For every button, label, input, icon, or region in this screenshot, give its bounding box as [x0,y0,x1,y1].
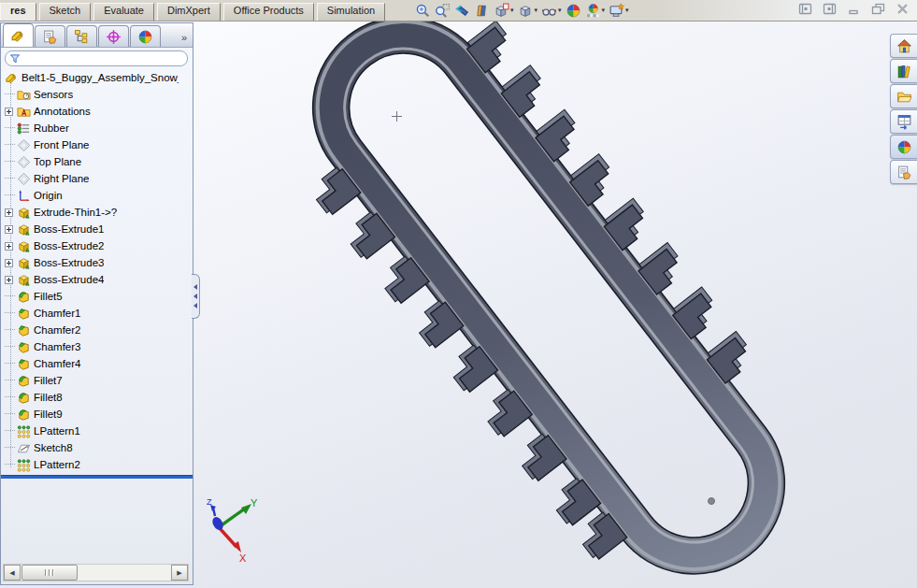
tree-item-fillet5[interactable]: Fillet5 [1,288,193,305]
expand-plus-icon[interactable] [5,108,13,116]
tree-item-top-plane[interactable]: Top Plane [1,153,193,170]
extrude-icon [17,273,31,287]
tree-item-fillet9[interactable]: Fillet9 [1,406,193,423]
zoom-to-area-icon [435,3,451,19]
tree-item-boss-extrude3[interactable]: Boss-Extrude3 [1,254,193,271]
expand-plus-icon[interactable] [5,225,13,234]
tree-item-label: Extrude-Thin1->? [34,207,117,218]
tab-design-library[interactable] [890,59,917,83]
view-settings-button[interactable]: ▾ [608,2,630,20]
zoom-to-area-button[interactable] [434,2,451,20]
expand-plus-icon[interactable] [5,276,13,284]
tree-item-lpattern2[interactable]: LPattern2 [1,456,193,473]
scrollbar-thumb[interactable] [21,565,78,581]
hide-show-items-button[interactable]: ▾ [540,2,563,20]
tree-connector [5,464,15,466]
tree-item-chamfer3[interactable]: Chamfer3 [1,338,193,355]
apply-scene-button[interactable]: ▾ [584,2,607,20]
zoom-to-fit-icon [415,3,431,19]
displaymanager-tab[interactable] [130,25,161,47]
feature-manager-panel: » Belt1-5_Buggy_Assembly_Snow_ Sensors A… [0,22,193,585]
tab-evaluate[interactable]: Evaluate [93,3,154,21]
tree-item-chamfer2[interactable]: Chamfer2 [1,322,193,338]
restore-button[interactable] [869,2,887,20]
featuremanager-tab[interactable] [3,23,34,47]
tree-item-sensors[interactable]: Sensors [1,86,193,103]
chevron-down-icon[interactable]: ▾ [510,7,514,14]
tree-item-label: LPattern1 [34,425,80,437]
chevron-down-icon[interactable]: ▾ [625,7,629,14]
tree-item-rubber-material[interactable]: Rubber [1,120,193,136]
tab-view-palette[interactable] [890,109,917,134]
material-icon [17,122,31,136]
section-view-button[interactable] [473,2,491,20]
tab-dimxpert[interactable]: DimXpert [157,3,221,21]
tree-item-label: Chamfer1 [34,308,81,319]
extrude-icon [17,256,31,270]
tab-simulation[interactable]: Simulation [317,3,385,21]
tree-connector [5,295,15,297]
expand-plus-icon[interactable] [5,208,13,217]
panel-splitter-handle[interactable] [192,274,200,319]
tree-item-extrude-thin1[interactable]: Extrude-Thin1->? [1,204,193,221]
tree-item-label: Top Plane [34,156,81,167]
tree-connector [5,346,15,348]
tree-item-origin[interactable]: Origin [1,187,193,204]
tab-overflow-chevron[interactable]: » [181,32,187,43]
tree-item-right-plane[interactable]: Right Plane [1,170,193,187]
tab-features-partial[interactable]: res [0,3,36,21]
scroll-left-arrow-icon[interactable]: ◀ [4,565,21,581]
tree-item-annotations[interactable]: Annotations [1,103,193,120]
previous-view-button[interactable] [453,2,471,20]
zoom-to-fit-button[interactable] [414,2,432,20]
chevron-down-icon[interactable]: ▾ [602,7,606,14]
tree-item-boss-extrude4[interactable]: Boss-Extrude4 [1,271,193,288]
tree-item-fillet7[interactable]: Fillet7 [1,372,193,389]
tab-custom-properties[interactable] [890,160,917,184]
filter-input[interactable] [21,52,183,65]
tab-appearances-scenes[interactable] [890,135,917,159]
tab-solidworks-resources[interactable] [890,34,917,58]
tab-file-explorer[interactable] [890,84,917,108]
pane-collapse-left-button[interactable] [796,2,814,20]
tab-sketch[interactable]: Sketch [39,3,92,21]
tab-office-products[interactable]: Office Products [223,3,314,21]
expand-plus-icon[interactable] [5,259,13,267]
horizontal-scrollbar[interactable]: ◀ ▶ [3,564,189,581]
chamfer-icon [17,323,31,337]
origin-icon [17,189,31,203]
tree-item-part-root[interactable]: Belt1-5_Buggy_Assembly_Snow_ [1,69,193,86]
view-orientation-icon [494,3,509,19]
tree-item-fillet8[interactable]: Fillet8 [1,389,193,406]
tree-item-boss-extrude2[interactable]: Boss-Extrude2 [1,237,193,254]
scroll-right-arrow-icon[interactable]: ▶ [171,565,188,581]
collapse-arrow-icon [193,284,197,290]
chevron-down-icon[interactable]: ▾ [558,7,562,14]
fillet-icon [17,391,31,405]
display-style-button[interactable]: ▾ [517,2,539,20]
propertymanager-tab[interactable] [35,25,65,47]
rollback-bar[interactable] [1,475,193,479]
pane-collapse-right-button[interactable] [821,2,838,20]
command-bar: res Sketch Evaluate DimXpert Office Prod… [0,0,917,22]
tree-item-front-plane[interactable]: Front Plane [1,136,193,153]
plane-icon [17,172,31,186]
view-orientation-button[interactable]: ▾ [493,2,515,20]
tree-item-label: Origin [34,190,63,201]
tree-item-lpattern1[interactable]: LPattern1 [1,423,193,439]
chevron-down-icon[interactable]: ▾ [535,7,538,14]
minimize-button[interactable] [845,2,863,20]
tree-item-boss-extrude1[interactable]: Boss-Extrude1 [1,221,193,237]
tree-item-label: Annotations [34,106,91,117]
tree-item-chamfer4[interactable]: Chamfer4 [1,355,193,372]
tree-item-label: Boss-Extrude4 [34,274,104,285]
fillet-icon [17,374,31,388]
close-button[interactable] [894,2,911,20]
tree-item-chamfer1[interactable]: Chamfer1 [1,305,193,322]
tree-item-sketch8[interactable]: Sketch8 [1,439,193,456]
configurationmanager-tab[interactable] [66,25,97,47]
extrude-icon [17,206,31,220]
expand-plus-icon[interactable] [5,242,13,251]
dimxpertmanager-tab[interactable] [98,25,129,47]
edit-appearance-button[interactable] [565,2,582,20]
